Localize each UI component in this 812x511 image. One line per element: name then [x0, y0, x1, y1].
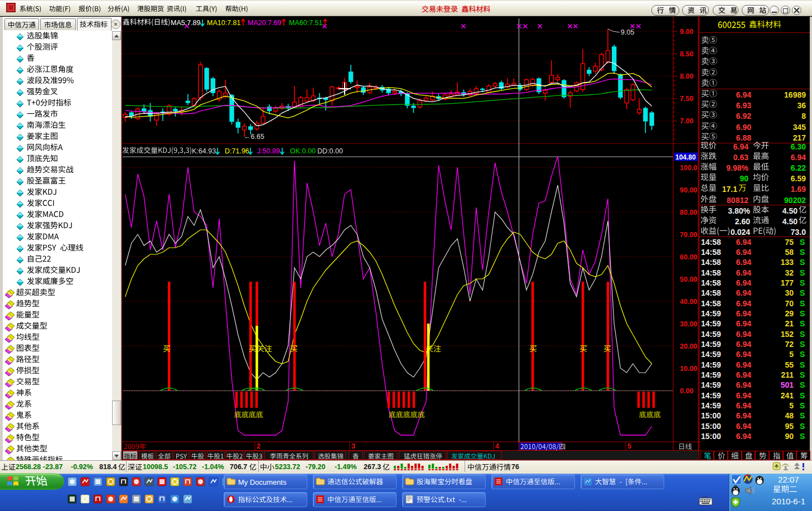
svg-text:104.80: 104.80: [675, 153, 696, 161]
svg-text:70.00: 70.00: [680, 231, 697, 239]
svg-text:20.00: 20.00: [680, 343, 697, 350]
svg-text:3: 3: [351, 442, 355, 450]
svg-text:100.0: 100.0: [680, 164, 697, 172]
svg-text:60.00: 60.00: [680, 253, 697, 261]
svg-text:K:64.93: K:64.93: [192, 147, 216, 155]
svg-text:OK:0.00: OK:0.00: [290, 147, 316, 155]
svg-text:90.00: 90.00: [680, 186, 697, 194]
svg-text:7.50: 7.50: [680, 95, 693, 103]
svg-text:D:71.96: D:71.96: [225, 147, 249, 155]
svg-text:0.00: 0.00: [680, 387, 693, 395]
svg-text:←6.65: ←6.65: [244, 133, 264, 141]
svg-text:30.00: 30.00: [680, 320, 697, 328]
svg-text:8.00: 8.00: [680, 73, 693, 80]
svg-text:7.00: 7.00: [680, 117, 693, 125]
svg-text:10.00: 10.00: [680, 365, 697, 373]
svg-text:8.50: 8.50: [680, 50, 693, 58]
svg-text:J:50.89: J:50.89: [257, 147, 280, 155]
svg-text:80.00: 80.00: [680, 209, 697, 216]
svg-text:5: 5: [627, 442, 631, 450]
svg-text:MA60:7.51: MA60:7.51: [289, 19, 323, 27]
svg-text:4: 4: [495, 442, 499, 450]
svg-text:9.05: 9.05: [621, 28, 634, 36]
svg-text:50.00: 50.00: [680, 276, 697, 283]
svg-text:9.00: 9.00: [680, 28, 693, 36]
svg-text:MA20:7.69: MA20:7.69: [248, 19, 282, 27]
svg-text:DD:0.00: DD:0.00: [317, 147, 343, 155]
svg-text:MA5:7.89: MA5:7.89: [171, 19, 201, 27]
svg-text:MA10:7.81: MA10:7.81: [207, 19, 241, 27]
svg-text:40.00: 40.00: [680, 298, 697, 306]
svg-text:2: 2: [257, 442, 260, 450]
